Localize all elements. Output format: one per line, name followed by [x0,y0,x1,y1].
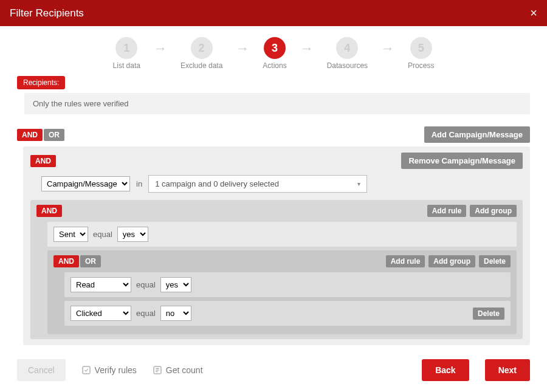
campaign-selection-text: 1 campaign and 0 delivery selected [155,179,279,188]
step-2[interactable]: 2 Exclude data [181,37,222,70]
arrow-icon: → [236,37,249,57]
subgroup2-or-pill[interactable]: OR [80,255,101,267]
group-and-pill[interactable]: AND [30,155,56,167]
recipients-tag: Recipients: [17,76,65,89]
add-campaign-button[interactable]: Add Campaign/Message [424,126,530,143]
arrow-icon: → [300,37,314,57]
campaign-row: Campaign/Message in 1 campaign and 0 del… [41,175,523,193]
add-group-button[interactable]: Add group [470,205,517,217]
step-3[interactable]: 3 Actions [263,37,286,70]
step-3-circle: 3 [264,37,286,59]
status-message: Only the rules were verified [24,93,530,114]
or-pill[interactable]: OR [44,129,64,141]
svg-rect-0 [83,366,90,374]
stepper: 1 List data → 2 Exclude data → 3 Actions… [0,26,547,76]
step-2-label: Exclude data [181,61,222,70]
rule-sent-value[interactable]: yes no [117,227,148,242]
step-2-circle: 2 [191,37,213,59]
root-logic-toggle[interactable]: AND OR [17,129,64,141]
footer: Cancel Verify rules Get count Back Next [17,359,530,381]
next-button[interactable]: Next [485,359,530,381]
step-4-label: Datasources [327,61,368,70]
count-square-icon [153,365,162,375]
chevron-down-icon: ▾ [357,181,360,187]
rule-read: Read equal yes no [64,272,511,297]
subgroup2-and-pill[interactable]: AND [53,255,79,267]
delete-group-button[interactable]: Delete [479,255,511,267]
step-4[interactable]: 4 Datasources [327,37,368,70]
verify-rules-button[interactable]: Verify rules [81,365,137,375]
arrow-icon: → [381,37,394,57]
step-3-label: Actions [263,61,286,70]
equal-label: equal [136,309,156,318]
rule-clicked-field[interactable]: Clicked [71,306,131,321]
rule-clicked-value[interactable]: no yes [160,306,191,321]
arrow-icon: → [154,37,167,57]
equal-label: equal [93,230,112,239]
and-pill[interactable]: AND [17,129,43,141]
modal: Filter Recipients × 1 List data → 2 Excl… [0,0,547,392]
check-square-icon [81,365,91,375]
step-1-circle: 1 [115,37,137,59]
rule-clicked: Clicked equal no yes Delete [64,301,511,326]
step-1[interactable]: 1 List data [113,37,140,70]
back-button[interactable]: Back [422,359,469,381]
add-rule-button-2[interactable]: Add rule [386,255,425,267]
equal-label: equal [136,280,156,289]
modal-title: Filter Recipients [10,7,84,19]
add-group-button-2[interactable]: Add group [428,255,475,267]
step-5[interactable]: 5 Process [408,37,434,70]
delete-rule-button[interactable]: Delete [473,308,504,320]
rule-sent-field[interactable]: Sent [53,227,88,242]
step-5-circle: 5 [410,37,432,59]
modal-header: Filter Recipients × [0,0,547,26]
get-count-button[interactable]: Get count [153,365,203,375]
rule-subgroup-1: AND Add rule Add group Sent equal yes [30,200,523,339]
rule-sent: Sent equal yes no [47,222,517,247]
rule-read-field[interactable]: Read [71,277,131,292]
subgroup1-and-pill[interactable]: AND [36,205,62,217]
remove-campaign-button[interactable]: Remove Campaign/Message [401,153,523,169]
campaign-type-select[interactable]: Campaign/Message [41,176,130,191]
cancel-button[interactable]: Cancel [17,359,66,381]
campaign-selection-dropdown[interactable]: 1 campaign and 0 delivery selected ▾ [148,175,367,193]
in-label: in [136,179,142,188]
step-1-label: List data [113,61,140,70]
campaign-group: AND Remove Campaign/Message Campaign/Mes… [23,146,530,345]
subgroup2-logic-toggle[interactable]: AND OR [53,255,101,267]
rules-builder: AND OR Add Campaign/Message AND Remove C… [17,126,530,345]
step-4-circle: 4 [336,37,358,59]
add-rule-button[interactable]: Add rule [427,205,467,217]
step-5-label: Process [408,61,434,70]
rule-read-value[interactable]: yes no [160,277,191,292]
rule-subgroup-2: AND OR Add rule Add group Delete [47,250,517,334]
close-icon[interactable]: × [530,6,537,20]
